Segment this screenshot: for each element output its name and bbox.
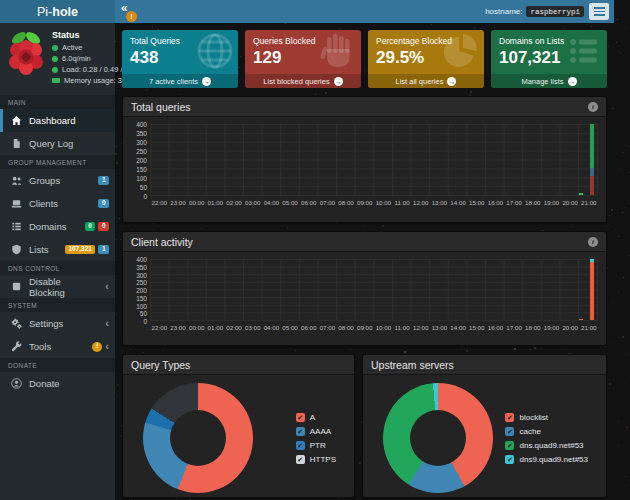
sidebar-badge: 0 <box>85 222 96 232</box>
bar-segment <box>590 262 594 320</box>
chart-plot-area <box>150 124 598 196</box>
sidebar-item-settings[interactable]: Settings‹ <box>0 312 115 335</box>
y-tick: 200 <box>136 287 147 294</box>
total-queries-panel: Total queries i 400350300250200150100500… <box>122 96 607 223</box>
card-footer-link-percentage-blocked[interactable]: List all queries→ <box>368 74 484 88</box>
sidebar-item-tools[interactable]: Tools!‹ <box>0 335 115 358</box>
legend-item-cache[interactable]: ✔cache <box>505 427 588 436</box>
legend-checkbox-icon: ✔ <box>296 413 305 422</box>
card-footer-link-queries-blocked[interactable]: List blocked queries→ <box>245 74 361 88</box>
sidebar-item-label: Donate <box>29 378 60 389</box>
bar-segment <box>590 168 594 176</box>
y-tick: 400 <box>136 256 147 263</box>
sidebar-item-label: Disable Blocking <box>29 276 98 298</box>
sidebar-item-query-log[interactable]: Query Log <box>0 132 115 155</box>
sidebar-item-dashboard[interactable]: Dashboard <box>0 109 115 132</box>
legend-item-dns9-quad9-net-53[interactable]: ✔dns9.quad9.net#53 <box>505 455 588 464</box>
brand-logo[interactable]: Pi-hole <box>0 0 115 23</box>
legend-item-blocklist[interactable]: ✔blocklist <box>505 413 588 422</box>
y-tick: 350 <box>136 130 147 137</box>
y-tick: 50 <box>140 184 147 191</box>
legend-checkbox-icon: ✔ <box>505 455 514 464</box>
x-tick: 05:00 <box>281 199 300 206</box>
sidebar-badge: ! <box>92 342 102 352</box>
x-tick: 04:00 <box>262 324 281 331</box>
stacked-bar <box>579 319 583 320</box>
sidebar-item-label: Settings <box>29 318 63 329</box>
legend-label: HTTPS <box>310 455 336 464</box>
legend-checkbox-icon: ✔ <box>296 427 305 436</box>
card-value: 438 <box>122 46 238 68</box>
x-tick: 17:00 <box>505 324 524 331</box>
sidebar-item-extras: 1 <box>98 176 109 186</box>
x-tick: 17:00 <box>505 199 524 206</box>
card-footer-label: List blocked queries <box>263 77 329 86</box>
sidebar-item-extras: ‹ <box>105 318 109 329</box>
legend-item-https[interactable]: ✔HTTPS <box>296 455 336 464</box>
shield-icon <box>11 244 22 255</box>
card-footer-label: Manage lists <box>521 77 563 86</box>
main-content: Total Queries4387 active clients→Queries… <box>115 23 614 500</box>
x-tick: 07:00 <box>318 324 337 331</box>
chevron-left-icon: ‹ <box>105 281 109 292</box>
legend-label: AAAA <box>310 427 331 436</box>
update-warning-badge[interactable]: ! <box>126 11 137 22</box>
y-tick: 150 <box>136 166 147 173</box>
info-icon[interactable]: i <box>588 237 598 247</box>
status-dot-icon <box>52 56 58 62</box>
x-tick: 08:00 <box>337 199 356 206</box>
x-tick: 07:00 <box>318 199 337 206</box>
query-types-legend: ✔A✔AAAA✔PTR✔HTTPS <box>296 408 336 469</box>
donate-icon <box>11 378 22 389</box>
laptop-icon <box>11 198 22 209</box>
legend-checkbox-icon: ✔ <box>505 413 514 422</box>
x-tick: 01:00 <box>206 199 225 206</box>
x-tick: 12:00 <box>411 324 430 331</box>
legend-item-dns-quad9-net-53[interactable]: ✔dns.quad9.net#53 <box>505 441 588 450</box>
x-tick: 06:00 <box>299 199 318 206</box>
client-activity-panel: Client activity i 4003503002502001501005… <box>122 231 607 346</box>
chevron-left-icon: ‹ <box>105 318 109 329</box>
card-footer-link-domains-on-lists[interactable]: Manage lists→ <box>491 74 607 88</box>
x-tick: 20:00 <box>561 199 580 206</box>
x-tick: 03:00 <box>243 199 262 206</box>
query-types-donut <box>143 383 253 493</box>
stacked-bar <box>590 124 594 195</box>
info-icon[interactable]: i <box>588 102 598 112</box>
sidebar: Status Active6.0q/minLoad: 0.28 / 0.49 /… <box>0 23 115 500</box>
chart-y-axis: 400350300250200150100500 <box>127 124 147 196</box>
x-tick: 22:00 <box>150 324 169 331</box>
sidebar-item-label: Query Log <box>29 138 73 149</box>
legend-item-aaaa[interactable]: ✔AAAA <box>296 427 336 436</box>
sidebar-item-disable-blocking[interactable]: Disable Blocking‹ <box>0 275 115 298</box>
x-tick: 14:00 <box>449 324 468 331</box>
legend-label: A <box>310 413 315 422</box>
card-footer-link-total-queries[interactable]: 7 active clients→ <box>122 74 238 88</box>
x-tick: 14:00 <box>449 199 468 206</box>
legend-label: cache <box>519 427 540 436</box>
x-tick: 01:00 <box>206 324 225 331</box>
menu-toggle-button[interactable] <box>589 3 609 20</box>
sidebar-item-donate[interactable]: Donate <box>0 372 115 395</box>
y-tick: 0 <box>143 193 147 200</box>
x-tick: 02:00 <box>225 324 244 331</box>
bar-segment <box>590 124 594 168</box>
sidebar-item-groups[interactable]: Groups1 <box>0 169 115 192</box>
arrow-circle-icon: → <box>447 77 456 86</box>
sidebar-item-lists[interactable]: Lists107,3211 <box>0 238 115 261</box>
y-tick: 300 <box>136 271 147 278</box>
sidebar-item-clients[interactable]: Clients0 <box>0 192 115 215</box>
sidebar-section-label: DONATE <box>0 358 115 372</box>
sidebar-item-domains[interactable]: Domains00 <box>0 215 115 238</box>
chevron-left-icon: ‹ <box>105 341 109 352</box>
legend-item-a[interactable]: ✔A <box>296 413 336 422</box>
card-value: 29.5% <box>368 46 484 68</box>
legend-item-ptr[interactable]: ✔PTR <box>296 441 336 450</box>
sidebar-item-extras: 0 <box>98 199 109 209</box>
sidebar-item-label: Clients <box>29 198 58 209</box>
legend-label: dns.quad9.net#53 <box>519 441 583 450</box>
sidebar-section-label: GROUP MANAGEMENT <box>0 155 115 169</box>
panel-title: Upstream servers <box>371 359 454 371</box>
x-tick: 09:00 <box>355 199 374 206</box>
stop-icon <box>11 281 22 292</box>
